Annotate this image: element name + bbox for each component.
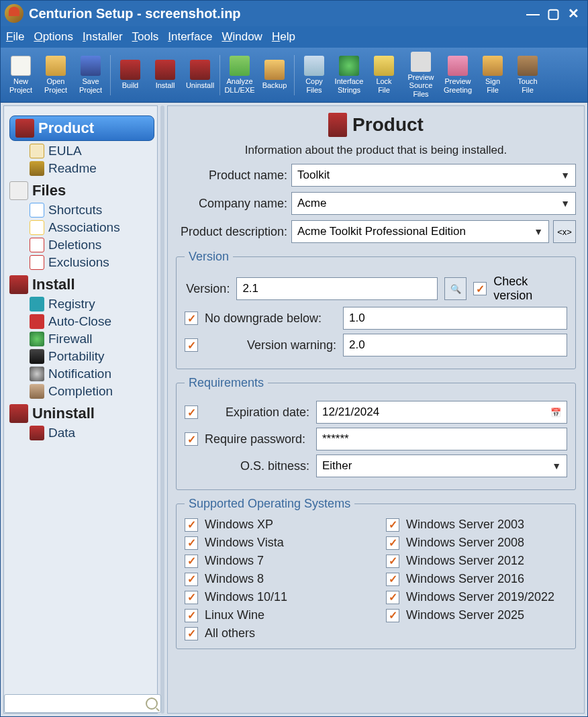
close-button[interactable]: ✕ <box>563 5 583 21</box>
app-logo-icon <box>5 4 23 23</box>
tool-uninstall[interactable]: Uninstall <box>183 50 217 101</box>
os-linux-wine: Linux Wine <box>185 608 366 622</box>
calendar-icon[interactable]: 📅 <box>550 408 561 418</box>
sidebar-item-firewall[interactable]: Firewall <box>30 332 154 346</box>
sidebar-item-eula[interactable]: EULA <box>30 144 154 158</box>
tool-interface-strings[interactable]: InterfaceStrings <box>332 50 366 101</box>
label-no-downgrade: No downgrade below: <box>205 312 336 326</box>
label-product-desc: Product description: <box>176 225 287 239</box>
os-checkbox[interactable] <box>185 518 198 532</box>
os-checkbox[interactable] <box>185 536 198 550</box>
menu-installer[interactable]: Installer <box>83 30 123 44</box>
tool-open-project[interactable]: OpenProject <box>38 50 73 101</box>
version-warning-input[interactable] <box>343 334 567 356</box>
menu-options[interactable]: Options <box>34 30 73 44</box>
tool-build[interactable]: Build <box>113 50 148 101</box>
tool-lock-file[interactable]: LockFile <box>366 50 401 101</box>
sidebar-item-data[interactable]: Data <box>30 426 154 440</box>
sidebar-section-install[interactable]: Install <box>9 275 154 294</box>
menu-interface[interactable]: Interface <box>168 30 212 44</box>
search-icon <box>146 698 158 710</box>
save-icon <box>81 56 101 76</box>
expand-desc-button[interactable]: <x> <box>553 220 576 243</box>
app-window: Centurion Setup - screenshot.inp — ▢ ✕ F… <box>0 0 588 717</box>
build-icon <box>120 60 140 80</box>
sidebar-item-notification[interactable]: Notification <box>30 367 154 381</box>
os-checkbox[interactable] <box>386 555 399 568</box>
menu-tools[interactable]: Tools <box>132 30 159 44</box>
menu-file[interactable]: File <box>6 30 24 44</box>
tool-backup[interactable]: Backup <box>257 50 292 101</box>
sidebar-item-shortcuts[interactable]: Shortcuts <box>30 203 154 218</box>
sidebar-section-files[interactable]: Files <box>9 181 154 200</box>
no-downgrade-checkbox[interactable] <box>185 312 198 325</box>
install-icon <box>155 60 175 80</box>
company-name-combo[interactable]: Acme ▼ <box>291 192 576 215</box>
tool-install[interactable]: Install <box>148 50 183 101</box>
password-input[interactable] <box>316 428 567 450</box>
sidebar-item-exclusions[interactable]: Exclusions <box>30 255 154 270</box>
os-checkbox[interactable] <box>185 591 198 604</box>
product-desc-combo[interactable]: Acme Toolkit Professional Edition ▼ <box>291 220 549 243</box>
splitter[interactable] <box>160 105 164 714</box>
label-version-warning: Version warning: <box>205 338 336 352</box>
menu-window[interactable]: Window <box>222 30 262 44</box>
menu-help[interactable]: Help <box>272 30 295 44</box>
prevsrc-icon <box>411 52 431 72</box>
expiration-input[interactable]: 📅 <box>316 401 567 424</box>
os-checkbox[interactable] <box>185 609 198 622</box>
require-password-checkbox[interactable] <box>185 432 198 446</box>
tool-preview-greeting[interactable]: PreviewGreeting <box>440 50 475 101</box>
sidebar-item-auto-close[interactable]: Auto-Close <box>30 314 154 329</box>
tool-new-project[interactable]: NewProject <box>3 50 38 101</box>
tool-sign-file[interactable]: SignFile <box>475 50 510 101</box>
sidebar-item-portability[interactable]: Portability <box>30 349 154 364</box>
maximize-button[interactable]: ▢ <box>543 5 563 21</box>
iface-icon <box>339 56 359 76</box>
os-checkbox[interactable] <box>386 518 399 532</box>
expiration-checkbox[interactable] <box>185 405 198 419</box>
os-checkbox[interactable] <box>386 536 399 550</box>
sidebar-item-registry[interactable]: Registry <box>30 297 154 312</box>
uninstall2-icon <box>9 404 28 423</box>
new-icon <box>11 56 31 76</box>
tool-analyze-dll-exe[interactable]: AnalyzeDLL/EXE <box>222 50 257 101</box>
minimize-button[interactable]: — <box>523 5 543 21</box>
tool-copy-files[interactable]: CopyFiles <box>297 50 332 101</box>
os-checkbox[interactable] <box>185 555 198 568</box>
os-checkbox[interactable] <box>386 609 399 622</box>
version-input[interactable] <box>236 277 438 300</box>
os-checkbox[interactable] <box>185 573 198 586</box>
sidebar-section-uninstall[interactable]: Uninstall <box>9 404 154 423</box>
tool-save-project[interactable]: SaveProject <box>73 50 108 101</box>
install2-icon <box>9 275 28 294</box>
check-version-checkbox[interactable] <box>473 282 487 295</box>
sidebar-search-input[interactable] <box>4 694 161 713</box>
no-downgrade-input[interactable] <box>343 307 567 330</box>
sidebar-item-readme[interactable]: Readme <box>30 161 154 176</box>
tool-preview-source-files[interactable]: PreviewSource Files <box>401 50 440 101</box>
autoclose-icon <box>30 314 44 329</box>
app-body: ProductEULAReadmeFilesShortcutsAssociati… <box>1 103 587 716</box>
os-bitness-combo[interactable]: Either ▼ <box>316 455 567 477</box>
sidebar-item-completion[interactable]: Completion <box>30 384 154 399</box>
os-checkbox[interactable] <box>185 627 198 640</box>
menubar: FileOptionsInstallerToolsInterfaceWindow… <box>1 26 587 48</box>
os-windows-vista: Windows Vista <box>185 536 366 550</box>
sidebar-item-associations[interactable]: Associations <box>30 220 154 235</box>
sidebar-item-deletions[interactable]: Deletions <box>30 238 154 252</box>
tool-touch-file[interactable]: TouchFile <box>510 50 545 101</box>
version-detect-button[interactable]: 🔍 <box>444 277 467 300</box>
window-title: Centurion Setup - screenshot.inp <box>29 6 241 21</box>
check-version-label: Check version <box>493 275 567 303</box>
os-checkbox[interactable] <box>386 591 399 604</box>
product-name-combo[interactable]: Toolkit ▼ <box>291 164 576 187</box>
firewall-icon <box>30 332 44 346</box>
requirements-legend: Requirements <box>185 376 268 390</box>
del-icon <box>30 238 44 252</box>
toolbar-separator <box>110 55 111 95</box>
version-warning-checkbox[interactable] <box>185 338 198 352</box>
label-product-name: Product name: <box>176 169 287 183</box>
os-checkbox[interactable] <box>386 573 399 586</box>
sidebar-section-product[interactable]: Product <box>9 115 154 141</box>
